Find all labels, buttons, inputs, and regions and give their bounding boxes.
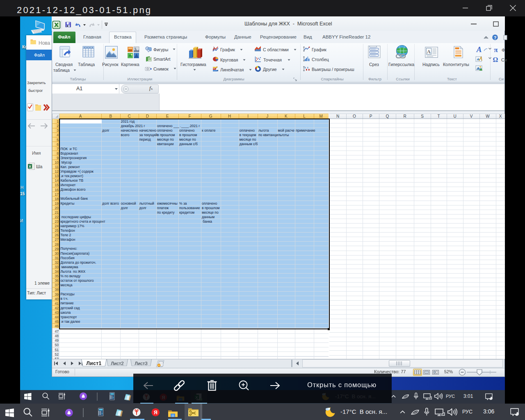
svg-text:Си: Си bbox=[501, 57, 507, 62]
svg-text:A: A bbox=[427, 48, 431, 55]
svg-text:A: A bbox=[476, 45, 482, 54]
svg-text:π: π bbox=[494, 46, 498, 54]
svg-text:Ф: Ф bbox=[502, 48, 505, 52]
svg-text:Ω: Ω bbox=[493, 56, 498, 63]
svg-text:Я: Я bbox=[154, 410, 158, 415]
svg-text:X: X bbox=[29, 164, 31, 169]
svg-text:?: ? bbox=[494, 35, 497, 40]
